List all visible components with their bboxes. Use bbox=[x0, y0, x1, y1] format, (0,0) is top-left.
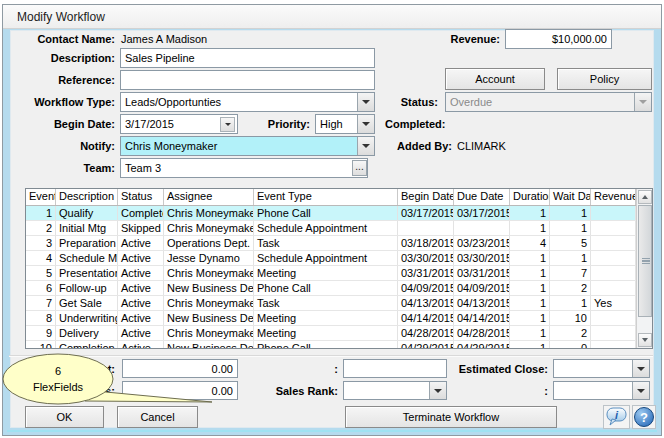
grid-column-header[interactable]: Event Type bbox=[254, 189, 398, 205]
grid-cell: Meeting bbox=[254, 326, 398, 340]
grid-cell: Chris Moneymaker bbox=[164, 326, 254, 340]
table-row[interactable]: 10CompletionActiveNew Business Dept.Phon… bbox=[26, 341, 652, 349]
grid-cell: 4 bbox=[510, 236, 550, 250]
grid-column-header[interactable]: Wait Days bbox=[550, 189, 591, 205]
grid-cell: Yes bbox=[591, 296, 636, 310]
grid-cell: Delivery bbox=[56, 326, 118, 340]
grid-cell bbox=[591, 221, 636, 235]
grid-column-header[interactable]: Description bbox=[56, 189, 118, 205]
grid-cell: Chris Moneymaker bbox=[164, 296, 254, 310]
chevron-down-icon[interactable] bbox=[632, 382, 649, 399]
table-row[interactable]: 6Follow-upActiveNew Business Dept.Phone … bbox=[26, 281, 652, 296]
scroll-up-button[interactable] bbox=[638, 190, 652, 204]
grid-column-header[interactable]: Event bbox=[26, 189, 56, 205]
revenue-input[interactable] bbox=[505, 29, 612, 49]
table-row[interactable]: 4Schedule MtgActiveJesse DynamoSchedule … bbox=[26, 251, 652, 266]
reference-input[interactable] bbox=[120, 70, 375, 90]
grid-cell: Task bbox=[254, 236, 398, 250]
table-row[interactable]: 8UnderwritingActiveNew Business Dept.Mee… bbox=[26, 311, 652, 326]
grid-cell: Active bbox=[118, 236, 164, 250]
notify-label: Notify: bbox=[10, 140, 115, 152]
flexfield-dropdown[interactable] bbox=[553, 381, 650, 400]
begin-date-label: Begin Date: bbox=[10, 118, 115, 130]
calendar-dropdown-icon[interactable] bbox=[220, 117, 235, 132]
estimated-close-label: Estimated Close: bbox=[448, 363, 548, 375]
chevron-down-icon bbox=[634, 93, 651, 111]
grid-cell: Initial Mtg bbox=[56, 221, 118, 235]
info-icon: i bbox=[604, 406, 629, 428]
grid-cell: 3 bbox=[26, 236, 56, 250]
table-row[interactable]: 9DeliveryActiveChris MoneymakerMeeting04… bbox=[26, 326, 652, 341]
grid-cell: Completed bbox=[118, 206, 164, 220]
grid-cell: 03/30/2015 bbox=[454, 251, 510, 265]
priority-value: High bbox=[320, 118, 343, 130]
grid-cell: 1 bbox=[550, 206, 591, 220]
description-input[interactable] bbox=[120, 48, 375, 68]
priority-dropdown[interactable]: High bbox=[315, 114, 375, 134]
grid-column-header[interactable]: Assignee bbox=[164, 189, 254, 205]
table-row[interactable]: 1QualifyCompletedChris MoneymakerPhone C… bbox=[26, 206, 652, 221]
grid-cell: 03/17/2015 bbox=[398, 206, 454, 220]
table-row[interactable]: 2Initial MtgSkippedChris MoneymakerSched… bbox=[26, 221, 652, 236]
table-row[interactable]: 3PreparationActiveOperations Dept.Task03… bbox=[26, 236, 652, 251]
grid-column-header[interactable]: Status bbox=[118, 189, 164, 205]
status-dropdown: Overdue bbox=[445, 92, 652, 112]
grid-column-header[interactable]: Due Date bbox=[454, 189, 510, 205]
chevron-down-icon[interactable] bbox=[357, 137, 374, 155]
team-browse-button[interactable]: ... bbox=[352, 160, 367, 176]
reference-label: Reference: bbox=[10, 74, 115, 86]
cancel-button[interactable]: Cancel bbox=[117, 406, 198, 428]
grid-cell: 04/13/2015 bbox=[398, 296, 454, 310]
help-button[interactable]: ? bbox=[632, 405, 656, 429]
sales-rank-dropdown[interactable] bbox=[343, 381, 447, 400]
team-input[interactable] bbox=[120, 158, 368, 178]
scrollbar-thumb[interactable] bbox=[638, 205, 652, 317]
grid-cell: Jesse Dynamo bbox=[164, 251, 254, 265]
description-label: Description: bbox=[10, 52, 115, 64]
ok-button[interactable]: OK bbox=[25, 406, 104, 428]
grid-column-header[interactable]: Revenue bbox=[591, 189, 636, 205]
grid-cell: Get Sale bbox=[56, 296, 118, 310]
chevron-down-icon[interactable] bbox=[632, 360, 649, 377]
grid-cell: 8 bbox=[26, 311, 56, 325]
account-button[interactable]: Account bbox=[445, 68, 545, 90]
grid-cell: 2 bbox=[26, 221, 56, 235]
grid-cell: 03/17/2015 bbox=[454, 206, 510, 220]
separator-line bbox=[9, 355, 653, 357]
begin-date-picker[interactable]: 3/17/2015 bbox=[120, 114, 238, 134]
scroll-down-button[interactable] bbox=[638, 333, 652, 347]
grid-cell: Preparation bbox=[56, 236, 118, 250]
grid-cell: 0 bbox=[550, 341, 591, 349]
assets-input[interactable] bbox=[122, 381, 238, 400]
priority-label: Priority: bbox=[240, 118, 310, 130]
title-bar[interactable]: Modify Workflow bbox=[3, 5, 661, 29]
grid-cell bbox=[591, 341, 636, 349]
terminate-workflow-button[interactable]: Terminate Workflow bbox=[345, 406, 557, 428]
flexfield-text-input[interactable] bbox=[343, 359, 447, 378]
notify-dropdown[interactable]: Chris Moneymaker bbox=[120, 136, 375, 156]
grid-column-header[interactable]: Begin Date bbox=[398, 189, 454, 205]
added-by-value: CLIMARK bbox=[457, 140, 506, 152]
close-pct-input[interactable] bbox=[122, 359, 238, 378]
workflow-type-dropdown[interactable]: Leads/Opportunties bbox=[120, 92, 375, 112]
grid-cell: 10 bbox=[550, 311, 591, 325]
grid-cell bbox=[591, 206, 636, 220]
policy-button[interactable]: Policy bbox=[557, 68, 652, 90]
grid-cell: Schedule Appointment bbox=[254, 251, 398, 265]
table-row[interactable]: 7Get SaleActiveChris MoneymakerTask04/13… bbox=[26, 296, 652, 311]
vertical-scrollbar[interactable] bbox=[636, 189, 652, 348]
grid-column-header[interactable]: Duration bbox=[510, 189, 550, 205]
grid-cell: New Business Dept. bbox=[164, 311, 254, 325]
scrollbar-grip-icon bbox=[642, 258, 650, 264]
info-button[interactable]: i bbox=[603, 405, 630, 429]
flexfield-drop-label: : bbox=[448, 385, 548, 397]
chevron-down-icon[interactable] bbox=[357, 115, 374, 133]
chevron-down-icon[interactable] bbox=[429, 382, 446, 399]
status-value: Overdue bbox=[450, 96, 492, 108]
table-row[interactable]: 5PresentationActiveChris MoneymakerMeeti… bbox=[26, 266, 652, 281]
estimated-close-dropdown[interactable] bbox=[553, 359, 650, 378]
grid-cell bbox=[454, 221, 510, 235]
grid-cell: 04/28/2015 bbox=[454, 326, 510, 340]
grid-cell: 1 bbox=[510, 266, 550, 280]
grid-cell: 5 bbox=[26, 266, 56, 280]
